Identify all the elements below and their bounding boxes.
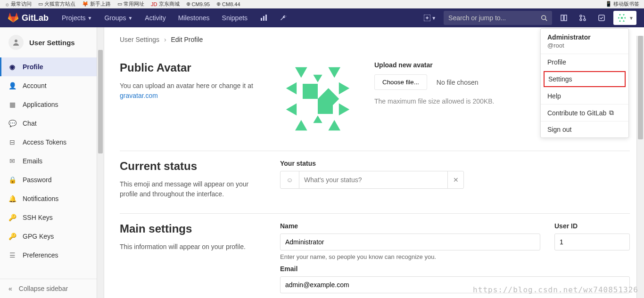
breadcrumb-root[interactable]: User Settings bbox=[120, 36, 159, 43]
bookmark-item[interactable]: ▭ 常用网址 bbox=[117, 0, 144, 8]
dropdown-item-settings[interactable]: Settings bbox=[544, 71, 626, 87]
svg-rect-2 bbox=[265, 15, 267, 21]
bookmark-item[interactable]: ⊕ CM9.95 bbox=[186, 1, 210, 7]
nav-snippets[interactable]: Snippets bbox=[217, 8, 252, 27]
search-icon bbox=[541, 15, 547, 21]
bookmark-item[interactable]: 🦊 新手上路 bbox=[82, 0, 111, 8]
mobile-bookmarks[interactable]: 📱 移动版书签 bbox=[605, 0, 639, 8]
sidebar-item-profile[interactable]: ◉Profile bbox=[0, 57, 100, 76]
dropdown-handle: @root bbox=[547, 42, 622, 49]
no-file-text: No file chosen bbox=[437, 79, 479, 86]
dropdown-item-contribute[interactable]: Contribute to GitLab ⧉ bbox=[541, 105, 628, 121]
avatar-heading: Public Avatar bbox=[120, 61, 266, 74]
status-input[interactable] bbox=[299, 171, 447, 188]
choose-file-button[interactable]: Choose file... bbox=[374, 74, 427, 90]
svg-rect-1 bbox=[263, 16, 264, 21]
nav-wrench-icon[interactable] bbox=[275, 8, 292, 27]
svg-marker-21 bbox=[328, 67, 340, 78]
name-label: Name bbox=[280, 222, 540, 230]
sidebar-item-chat[interactable]: 💬Chat bbox=[0, 114, 100, 133]
sidebar-item-ssh-keys[interactable]: 🔑SSH Keys bbox=[0, 208, 100, 227]
search-input[interactable] bbox=[448, 14, 541, 22]
sidebar-item-label: GPG Keys bbox=[23, 233, 54, 240]
bookmark-item[interactable]: JD 京东商城 bbox=[151, 0, 179, 8]
collapse-sidebar[interactable]: «Collapse sidebar bbox=[0, 279, 100, 298]
sidebar-item-applications[interactable]: ▦Applications bbox=[0, 95, 100, 114]
issues-icon[interactable] bbox=[557, 11, 571, 25]
dropdown-item-signout[interactable]: Sign out bbox=[541, 121, 628, 137]
search-box[interactable] bbox=[444, 11, 552, 25]
bookmark-item[interactable]: ⊕ CM8.44 bbox=[216, 1, 240, 7]
svg-marker-31 bbox=[328, 120, 340, 130]
emoji-picker-button[interactable]: ☺ bbox=[281, 171, 299, 188]
nav-projects[interactable]: Projects ▼ bbox=[57, 8, 97, 27]
sidebar-collapse-label: Collapse sidebar bbox=[19, 285, 68, 292]
svg-marker-23 bbox=[286, 82, 297, 95]
userid-input[interactable] bbox=[554, 234, 630, 250]
chevron-down-icon: ▼ bbox=[431, 16, 436, 21]
svg-marker-20 bbox=[295, 67, 307, 78]
bookmark-item[interactable]: ☼ 最常访问 bbox=[5, 0, 32, 8]
gitlab-icon bbox=[8, 13, 19, 23]
svg-marker-30 bbox=[295, 120, 307, 130]
sidebar-item-access-tokens[interactable]: ⊟Access Tokens bbox=[0, 133, 100, 152]
dropdown-item-profile[interactable]: Profile bbox=[541, 54, 628, 70]
merge-requests-icon[interactable] bbox=[576, 11, 590, 25]
name-input[interactable] bbox=[280, 234, 540, 250]
token-icon: ⊟ bbox=[8, 138, 16, 146]
nav-groups[interactable]: Groups ▼ bbox=[99, 8, 137, 27]
sidebar-item-notifications[interactable]: 🔔Notifications bbox=[0, 189, 100, 208]
sidebar-item-label: Profile bbox=[23, 63, 43, 71]
sidebar-item-label: Access Tokens bbox=[23, 138, 66, 146]
chevron-down-icon: ▼ bbox=[629, 16, 634, 21]
gravatar-link[interactable]: gravatar.com bbox=[120, 92, 158, 99]
clear-status-button[interactable]: ✕ bbox=[447, 171, 463, 188]
nav-analytics-icon[interactable] bbox=[255, 8, 272, 27]
chevron-down-icon: ▼ bbox=[128, 16, 132, 21]
svg-marker-28 bbox=[286, 104, 297, 116]
key-icon: 🔑 bbox=[8, 233, 16, 240]
sidebar-item-password[interactable]: 🔒Password bbox=[0, 170, 100, 189]
avatar-icon bbox=[616, 12, 627, 24]
scrollbar-thumb[interactable] bbox=[638, 36, 643, 139]
bookmark-item[interactable]: ▭ 火狐官方站点 bbox=[38, 0, 75, 8]
main-settings-heading: Main settings bbox=[120, 222, 266, 235]
svg-marker-27 bbox=[318, 99, 333, 114]
sidebar-item-gpg-keys[interactable]: 🔑GPG Keys bbox=[0, 227, 100, 246]
svg-rect-5 bbox=[561, 15, 563, 21]
main-scrollbar[interactable] bbox=[636, 36, 644, 298]
brand-text: GitLab bbox=[22, 13, 49, 23]
sidebar-item-label: Account bbox=[23, 82, 47, 89]
status-label: Your status bbox=[280, 160, 630, 167]
nav-activity[interactable]: Activity bbox=[140, 8, 170, 27]
file-size-hint: The maximum file size allowed is 200KB. bbox=[374, 97, 494, 105]
svg-marker-32 bbox=[313, 115, 322, 123]
account-icon: 👤 bbox=[8, 82, 16, 89]
todos-icon[interactable] bbox=[594, 11, 609, 25]
current-avatar bbox=[280, 61, 355, 137]
sidebar-item-emails[interactable]: ✉Emails bbox=[0, 152, 100, 170]
nav-milestones[interactable]: Milestones bbox=[173, 8, 215, 27]
chevron-down-icon: ▼ bbox=[88, 16, 92, 21]
chevron-left-icon: « bbox=[8, 285, 12, 292]
new-dropdown[interactable]: ▼ bbox=[421, 13, 439, 23]
sidebar-title: User Settings bbox=[29, 39, 75, 47]
gitlab-logo[interactable]: GitLab bbox=[8, 13, 49, 23]
breadcrumb-separator: › bbox=[164, 36, 166, 43]
svg-marker-25 bbox=[303, 84, 318, 99]
sidebar-item-account[interactable]: 👤Account bbox=[0, 76, 100, 95]
svg-rect-0 bbox=[261, 18, 262, 21]
sidebar-item-preferences[interactable]: ☰Preferences bbox=[0, 246, 100, 265]
top-navbar: GitLab Projects ▼ Groups ▼ Activity Mile… bbox=[0, 8, 644, 27]
dropdown-item-help[interactable]: Help bbox=[541, 88, 628, 104]
sidebar-item-label: SSH Keys bbox=[23, 214, 53, 221]
user-menu-button[interactable]: ▼ bbox=[613, 11, 636, 25]
upload-heading: Upload new avatar bbox=[374, 61, 494, 69]
dropdown-username: Administrator bbox=[547, 33, 622, 41]
email-input[interactable] bbox=[280, 276, 630, 293]
sidebar-item-label: Preferences bbox=[23, 251, 58, 259]
svg-marker-24 bbox=[339, 82, 349, 95]
email-icon: ✉ bbox=[8, 157, 16, 165]
main-settings-description: This information will appear on your pro… bbox=[120, 242, 266, 252]
apps-icon: ▦ bbox=[8, 101, 16, 108]
